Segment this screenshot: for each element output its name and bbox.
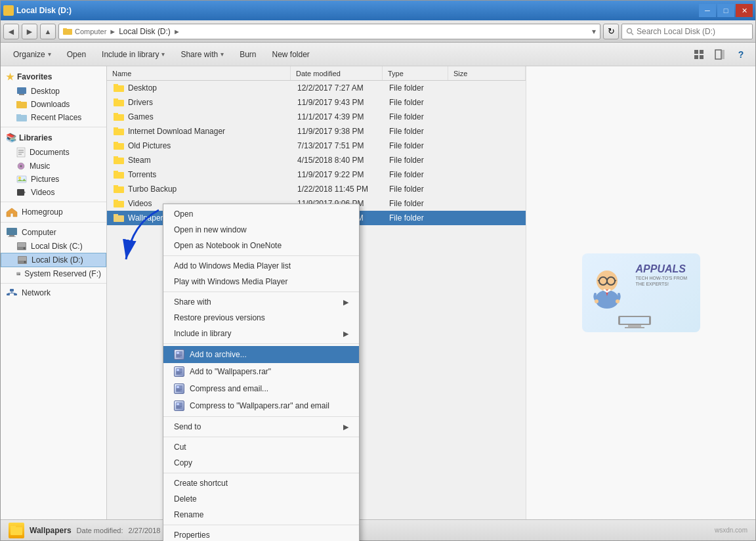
refresh-button[interactable]: ↻ bbox=[603, 24, 619, 39]
context-menu-separator bbox=[163, 437, 359, 437]
homegroup-icon bbox=[6, 207, 18, 217]
right-panel: APPUALS TECH HOW-TO'S FROM THE EXPERTS! bbox=[526, 66, 755, 519]
toolbar-right: ? bbox=[690, 47, 750, 62]
help-button[interactable]: ? bbox=[732, 47, 750, 62]
preview-icon bbox=[715, 49, 725, 60]
libraries-icon: 📚 bbox=[6, 133, 16, 142]
search-bar[interactable] bbox=[621, 24, 753, 39]
view-icon bbox=[694, 49, 704, 60]
svg-rect-26 bbox=[17, 189, 24, 196]
table-row[interactable]: Drivers 11/9/2017 9:43 PM File folder bbox=[107, 95, 526, 110]
close-button[interactable]: ✕ bbox=[736, 4, 753, 17]
address-dropdown-arrow[interactable]: ▾ bbox=[592, 27, 596, 36]
context-menu-item-compress_email[interactable]: Compress and email... bbox=[163, 380, 359, 397]
table-row[interactable]: Games 11/1/2017 4:39 PM File folder bbox=[107, 110, 526, 124]
explorer-window: Local Disk (D:) ─ □ ✕ ◄ ► ▲ Computer ► L… bbox=[0, 0, 756, 541]
context-menu-item-copy[interactable]: Copy bbox=[163, 455, 359, 471]
table-row[interactable]: Turbo Backup 1/22/2018 11:45 PM File fol… bbox=[107, 182, 526, 196]
col-header-name[interactable]: Name bbox=[107, 66, 291, 80]
sidebar-item-local-disk-c[interactable]: Local Disk (C:) bbox=[1, 240, 106, 253]
file-name-cell: Games bbox=[110, 112, 293, 121]
minimize-button[interactable]: ─ bbox=[699, 4, 716, 17]
svg-rect-78 bbox=[625, 327, 644, 328]
sidebar-item-music[interactable]: Music bbox=[1, 160, 106, 173]
context-menu-item-play_wmp[interactable]: Play with Windows Media Player bbox=[163, 274, 359, 290]
context-menu-item-compress_wallpapers_email[interactable]: Compress to "Wallpapers.rar" and email bbox=[163, 397, 359, 414]
desktop-label: Desktop bbox=[31, 87, 60, 96]
context-menu-item-restore_versions[interactable]: Restore previous versions bbox=[163, 310, 359, 326]
svg-rect-94 bbox=[177, 403, 179, 405]
maximize-button[interactable]: □ bbox=[717, 4, 734, 17]
context-menu-item-create_shortcut[interactable]: Create shortcut bbox=[163, 475, 359, 491]
organize-button[interactable]: Organize bbox=[6, 45, 58, 64]
context-menu-item-open_onenote[interactable]: Open as Notebook in OneNote bbox=[163, 238, 359, 253]
svg-rect-1 bbox=[5, 8, 9, 9]
context-menu-item-delete[interactable]: Delete bbox=[163, 491, 359, 507]
svg-point-36 bbox=[24, 261, 26, 263]
titlebar-controls: ─ □ ✕ bbox=[699, 4, 753, 17]
table-row[interactable]: Steam 4/15/2018 8:40 PM File folder bbox=[107, 153, 526, 167]
favorites-star-icon: ★ bbox=[6, 72, 14, 82]
titlebar-left: Local Disk (D:) bbox=[3, 5, 72, 16]
rar-icon bbox=[174, 366, 184, 377]
network-icon bbox=[6, 288, 18, 297]
sidebar-item-desktop[interactable]: Desktop bbox=[1, 85, 106, 98]
context-menu-item-send_to[interactable]: Send to▶ bbox=[163, 419, 359, 435]
new-folder-button[interactable]: New folder bbox=[265, 45, 317, 64]
sidebar-item-local-disk-d[interactable]: Local Disk (D:) bbox=[1, 253, 106, 267]
context-menu-item-open_new_window[interactable]: Open in new window bbox=[163, 222, 359, 238]
context-menu-item-properties[interactable]: Properties bbox=[163, 527, 359, 541]
local-disk-c-label: Local Disk (C:) bbox=[31, 242, 83, 251]
forward-button[interactable]: ► bbox=[22, 24, 37, 39]
include-in-library-button[interactable]: Include in library bbox=[94, 45, 172, 64]
search-input[interactable] bbox=[637, 27, 748, 36]
window-title: Local Disk (D:) bbox=[16, 6, 72, 15]
svg-rect-86 bbox=[177, 369, 179, 371]
sidebar-item-homegroup[interactable]: Homegroup bbox=[1, 205, 106, 219]
sidebar-item-system-reserved[interactable]: System Reserved (F:) bbox=[1, 267, 106, 280]
sidebar-item-videos[interactable]: Videos bbox=[1, 186, 106, 199]
svg-rect-53 bbox=[114, 127, 118, 129]
context-menu-item-rename[interactable]: Rename bbox=[163, 507, 359, 523]
col-header-date[interactable]: Date modified bbox=[291, 66, 383, 80]
table-row[interactable]: Internet Download Manager 11/9/2017 9:38… bbox=[107, 124, 526, 139]
libraries-header[interactable]: 📚 Libraries bbox=[1, 130, 106, 145]
svg-rect-16 bbox=[16, 115, 27, 121]
file-type-cell: File folder bbox=[385, 170, 451, 179]
context-menu-item-add_wmp[interactable]: Add to Windows Media Player list bbox=[163, 258, 359, 274]
svg-rect-11 bbox=[722, 50, 724, 59]
svg-line-72 bbox=[615, 280, 616, 281]
svg-rect-42 bbox=[14, 293, 17, 295]
sidebar-item-computer[interactable]: Computer bbox=[1, 225, 106, 240]
burn-button[interactable]: Burn bbox=[232, 45, 263, 64]
sidebar-item-documents[interactable]: Documents bbox=[1, 145, 106, 160]
svg-rect-12 bbox=[17, 87, 26, 94]
context-menu-item-add_archive[interactable]: Add to archive... bbox=[163, 346, 359, 363]
context-menu-separator bbox=[163, 416, 359, 417]
sidebar-divider-3 bbox=[1, 222, 106, 223]
sidebar-item-downloads[interactable]: Downloads bbox=[1, 98, 106, 111]
favorites-header[interactable]: ★ Favorites bbox=[1, 69, 106, 85]
share-with-button[interactable]: Share with bbox=[173, 45, 231, 64]
svg-point-74 bbox=[616, 299, 620, 303]
col-header-size[interactable]: Size bbox=[448, 66, 526, 80]
table-row[interactable]: Old Pictures 7/13/2017 7:51 PM File fold… bbox=[107, 139, 526, 153]
sidebar-item-network[interactable]: Network bbox=[1, 286, 106, 299]
sidebar-item-pictures[interactable]: Pictures bbox=[1, 173, 106, 186]
address-bar[interactable]: Computer ► Local Disk (D:) ► ▾ bbox=[58, 24, 600, 39]
context-menu-item-add_wallpapers_rar[interactable]: Add to "Wallpapers.rar" bbox=[163, 363, 359, 380]
back-button[interactable]: ◄ bbox=[3, 24, 19, 39]
view-toggle-button[interactable] bbox=[690, 47, 708, 62]
column-headers: Name Date modified Type Size bbox=[107, 66, 526, 81]
sidebar-item-recent-places[interactable]: Recent Places bbox=[1, 111, 106, 124]
context-menu-item-include_library[interactable]: Include in library▶ bbox=[163, 326, 359, 341]
col-header-type[interactable]: Type bbox=[383, 66, 448, 80]
context-menu-item-share_with[interactable]: Share with▶ bbox=[163, 294, 359, 310]
table-row[interactable]: Torrents 11/9/2017 9:22 PM File folder bbox=[107, 167, 526, 182]
table-row[interactable]: Desktop 12/2/2017 7:27 AM File folder bbox=[107, 81, 526, 95]
open-button[interactable]: Open bbox=[60, 45, 93, 64]
context-menu-item-open[interactable]: Open bbox=[163, 206, 359, 222]
context-menu-item-cut[interactable]: Cut bbox=[163, 439, 359, 455]
up-button[interactable]: ▲ bbox=[40, 24, 56, 39]
preview-pane-button[interactable] bbox=[711, 47, 729, 62]
